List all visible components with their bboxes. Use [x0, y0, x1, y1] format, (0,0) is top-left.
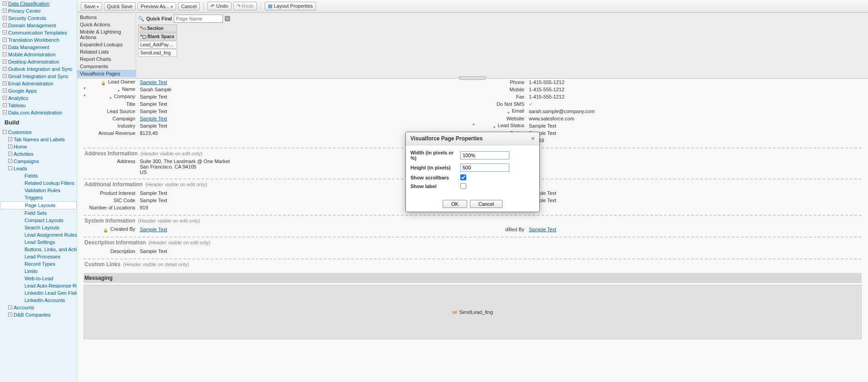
sidebar-item[interactable]: +Desktop Administration — [0, 58, 77, 65]
main-content: Save Quick Save Preview As... Cancel Und… — [77, 0, 868, 382]
sidebar-leads[interactable]: −Leads — [0, 165, 77, 172]
sidebar-item[interactable]: +Home — [0, 143, 77, 150]
sidebar-item[interactable]: +Activities — [0, 150, 77, 158]
sidebar-item[interactable]: +Campaigns — [0, 158, 77, 165]
sidebar-item[interactable]: Buttons, Links, and Actions — [0, 246, 77, 253]
sidebar-item[interactable]: Triggers — [0, 194, 77, 201]
scrollbars-label: Show scrollbars — [410, 175, 460, 180]
modal-title: Visualforce Page Properties — [410, 135, 483, 142]
sidebar-item[interactable]: +Google Apps — [0, 87, 77, 94]
sidebar-item[interactable]: Limits — [0, 268, 77, 275]
show-label-checkbox[interactable] — [460, 183, 466, 189]
sidebar-item[interactable]: +Data Management — [0, 44, 77, 51]
sidebar-item[interactable]: +Communication Templates — [0, 29, 77, 36]
sidebar-item[interactable]: +Data.com Administration — [0, 109, 77, 116]
sidebar-item[interactable]: +Outlook Integration and Sync — [0, 65, 77, 73]
height-input[interactable] — [460, 164, 509, 172]
sidebar-item[interactable]: +D&B Companies — [0, 311, 77, 318]
sidebar-item[interactable]: +Analytics — [0, 94, 77, 102]
sidebar-item[interactable]: +Privacy Center — [0, 7, 77, 15]
modal-ok-button[interactable]: OK — [443, 200, 467, 208]
sidebar: +Data Classification+Privacy Center+Secu… — [0, 0, 77, 382]
sidebar-item[interactable]: Compact Layouts — [0, 217, 77, 224]
sidebar-item[interactable]: Lead Settings — [0, 238, 77, 246]
scrollbars-checkbox[interactable] — [460, 174, 466, 180]
sidebar-item[interactable]: Lead Processes — [0, 253, 77, 260]
show-label-label: Show label — [410, 184, 460, 189]
sidebar-item[interactable]: +Security Controls — [0, 15, 77, 22]
sidebar-item[interactable]: Validation Rules — [0, 187, 77, 194]
sidebar-item[interactable]: +Translation Workbench — [0, 36, 77, 44]
sidebar-item[interactable]: +Data Classification — [0, 0, 77, 7]
width-input[interactable] — [460, 151, 509, 159]
sidebar-item[interactable]: +Email Administration — [0, 80, 77, 87]
sidebar-item[interactable]: +Tab Names and Labels — [0, 136, 77, 143]
sidebar-item[interactable]: +Domain Management — [0, 22, 77, 29]
width-label: Width (in pixels or %) — [410, 150, 460, 161]
sidebar-item[interactable]: Record Types — [0, 260, 77, 268]
height-label: Height (in pixels) — [410, 165, 460, 170]
vf-properties-modal: Visualforce Page Properties × Width (in … — [405, 132, 540, 212]
sidebar-item[interactable]: LinkedIn Accounts — [0, 297, 77, 304]
sidebar-item[interactable]: +Gmail Integration and Sync — [0, 73, 77, 80]
build-section: Build — [0, 116, 77, 129]
sidebar-item[interactable]: Page Layouts — [0, 201, 77, 209]
sidebar-item[interactable]: Lead Auto-Response Rules — [0, 282, 77, 289]
modal-backdrop: Visualforce Page Properties × Width (in … — [77, 0, 868, 382]
modal-close-icon[interactable]: × — [531, 135, 535, 142]
sidebar-item[interactable]: Lead Assignment Rules — [0, 231, 77, 238]
sidebar-item[interactable]: +Tableau — [0, 102, 77, 109]
sidebar-item[interactable]: +Mobile Administration — [0, 51, 77, 58]
sidebar-item[interactable]: Fields — [0, 172, 77, 179]
sidebar-item[interactable]: Related Lookup Filters — [0, 179, 77, 187]
sidebar-item[interactable]: LinkedIn Lead Gen Fields — [0, 289, 77, 297]
sidebar-item[interactable]: +Accounts — [0, 304, 77, 311]
modal-cancel-button[interactable]: Cancel — [470, 200, 503, 208]
sidebar-item[interactable]: Web-to-Lead — [0, 275, 77, 282]
sidebar-customize[interactable]: −Customize — [0, 129, 77, 136]
sidebar-item[interactable]: Search Layouts — [0, 224, 77, 231]
sidebar-item[interactable]: Field Sets — [0, 209, 77, 217]
